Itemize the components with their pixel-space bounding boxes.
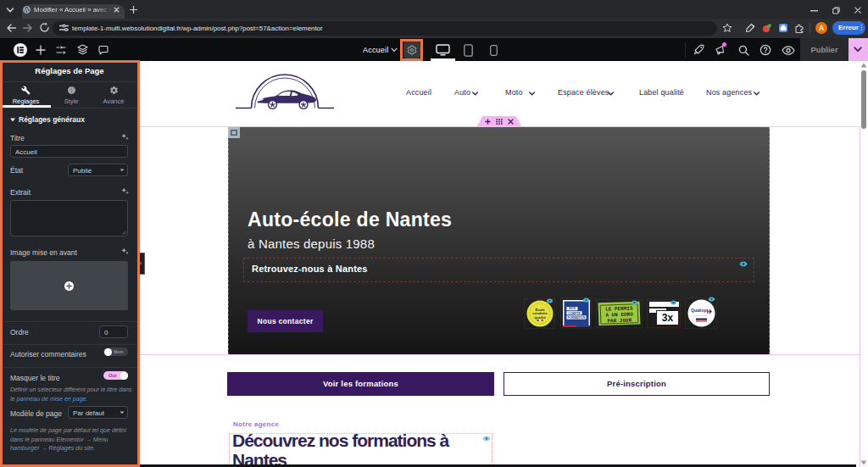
svg-text:PAR JOUR: PAR JOUR — [607, 317, 632, 324]
svg-text:processus certifié: processus certifié — [693, 314, 708, 316]
svg-text:FORMATION: FORMATION — [568, 316, 586, 320]
svg-text:MON: MON — [569, 307, 576, 310]
svg-text:COMPTE: COMPTE — [568, 312, 581, 315]
svg-text:qualité: qualité — [534, 315, 546, 320]
svg-text:Qualiopi: Qualiopi — [691, 308, 709, 313]
